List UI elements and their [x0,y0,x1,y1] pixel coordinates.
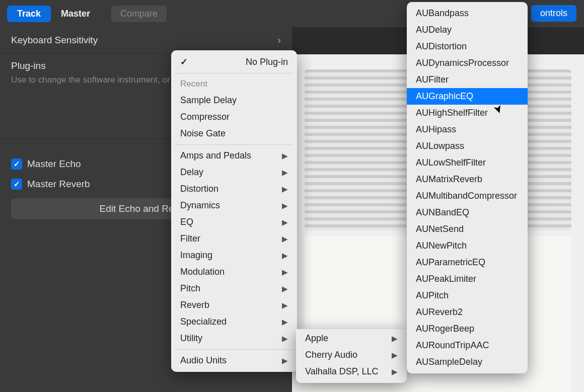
menu-item-category[interactable]: Distortion▶ [171,181,297,197]
menu-item-label: Imaging [180,250,212,261]
menu-item-au-plugin[interactable]: AUReverb2 [407,304,528,321]
chevron-right-icon: ▶ [282,185,288,194]
menu-item-au-plugin[interactable]: AUMatrixReverb [407,171,528,188]
menu-item-recent[interactable]: Compressor [171,109,297,125]
menu-item-label: Distortion [180,184,218,194]
apple-au-plugin-menu: AUBandpassAUDelayAUDistortionAUDynamicsP… [407,2,528,373]
chevron-right-icon: ▶ [282,334,288,343]
menu-item-vendor[interactable]: Cherry Audio▶ [296,347,407,363]
chevron-right-icon: ▶ [392,367,398,376]
menu-item-label: EQ [180,217,193,227]
menu-item-au-plugin[interactable]: AUNewPitch [407,238,528,254]
menu-item-label: Utility [180,333,202,344]
chevron-right-icon: ▶ [282,268,288,277]
chevron-right-icon: ▶ [282,318,288,327]
track-tab[interactable]: Track [7,6,51,22]
menu-item-label: Modulation [180,267,225,277]
menu-item-au-plugin[interactable]: AUParametricEQ [407,254,528,271]
chevron-right-icon: ▶ [282,168,288,177]
chevron-right-icon: ▶ [282,356,288,365]
menu-item-label: Specialized [180,317,227,327]
menu-item-au-plugin[interactable]: AUGraphicEQ [407,88,528,105]
menu-item-au-plugin[interactable]: AUDistortion [407,38,528,55]
menu-item-au-plugin[interactable]: AULowpass [407,138,528,154]
master-echo-checkbox[interactable]: ✓ [11,159,22,170]
menu-item-au-plugin[interactable]: AUMultibandCompressor [407,188,528,204]
menu-item-label: Apple [305,333,328,344]
menu-item-category[interactable]: Imaging▶ [171,247,297,264]
menu-item-no-plugin[interactable]: No Plug-in [171,53,297,70]
menu-item-au-plugin[interactable]: AURoundTripAAC [407,337,528,354]
chevron-right-icon: ▶ [282,151,288,161]
menu-item-au-plugin[interactable]: AULowShelfFilter [407,154,528,171]
menu-item-category[interactable]: Filter▶ [171,230,297,247]
menu-item-au-plugin[interactable]: AUBandpass [407,5,528,22]
master-tab[interactable]: Master [51,6,100,22]
menu-item-au-plugin[interactable]: AUSampleDelay [407,354,528,370]
chevron-right-icon: ▶ [392,351,398,360]
menu-item-au-plugin[interactable]: AUNetSend [407,221,528,238]
menu-item-category[interactable]: Reverb▶ [171,297,297,313]
menu-item-label: Reverb [180,300,209,310]
chevron-right-icon: › [277,34,281,46]
chevron-right-icon: ▶ [392,334,398,343]
menu-item-au-plugin[interactable]: AUHipass [407,121,528,138]
controls-button[interactable]: ontrols [531,5,576,22]
menu-item-au-plugin[interactable]: AUFilter [407,71,528,88]
menu-item-category[interactable]: EQ▶ [171,214,297,230]
chevron-right-icon: ▶ [282,201,288,210]
menu-item-label: Valhalla DSP, LLC [305,366,378,377]
menu-item-category[interactable]: Dynamics▶ [171,197,297,214]
menu-item-label: Audio Units [180,355,227,366]
menu-item-category[interactable]: Amps and Pedals▶ [171,147,297,164]
menu-item-recent[interactable]: Sample Delay [171,92,297,109]
plugin-category-menu: No Plug-in Recent Sample DelayCompressor… [171,50,297,372]
master-reverb-label: Master Reverb [27,179,90,190]
track-master-segment: Track Master [7,6,100,22]
menu-item-label: Pitch [180,283,200,294]
menu-item-category[interactable]: Modulation▶ [171,264,297,280]
menu-item-label: Amps and Pedals [180,150,251,161]
menu-item-label: Cherry Audio [305,350,357,360]
menu-item-label: Delay [180,167,203,178]
menu-item-label: Filter [180,233,200,244]
menu-item-au-plugin[interactable]: AUDynamicsProcessor [407,55,528,71]
audio-units-vendor-menu: Apple▶Cherry Audio▶Valhalla DSP, LLC▶ [296,329,407,383]
menu-item-category[interactable]: Pitch▶ [171,280,297,297]
menu-item-vendor[interactable]: Apple▶ [296,330,407,347]
master-reverb-checkbox[interactable]: ✓ [11,179,22,190]
menu-header-recent: Recent [171,76,297,92]
chevron-right-icon: ▶ [282,301,288,310]
menu-item-au-plugin[interactable]: AUPeakLimiter [407,271,528,287]
menu-item-category[interactable]: Utility▶ [171,330,297,347]
keyboard-sensitivity-label: Keyboard Sensitivity [11,35,98,46]
plugins-title: Plug-ins [11,60,46,71]
menu-item-au-plugin[interactable]: AUDelay [407,22,528,38]
menu-item-category[interactable]: Delay▶ [171,164,297,181]
menu-item-category[interactable]: Specialized▶ [171,313,297,330]
chevron-right-icon: ▶ [282,218,288,227]
master-echo-label: Master Echo [27,159,81,170]
menu-item-au-plugin[interactable]: AURogerBeep [407,321,528,337]
chevron-right-icon: ▶ [282,251,288,260]
menu-item-recent[interactable]: Noise Gate [171,125,297,142]
menu-item-vendor[interactable]: Valhalla DSP, LLC▶ [296,363,407,380]
menu-separator [175,144,293,145]
compare-button[interactable]: Compare [111,6,167,22]
menu-item-au-plugin[interactable]: AUPitch [407,287,528,304]
chevron-right-icon: ▶ [282,234,288,244]
menu-item-label: Dynamics [180,200,220,211]
menu-separator [175,349,293,350]
keyboard-sensitivity-row[interactable]: Keyboard Sensitivity › [0,27,292,53]
menu-separator [175,73,293,73]
menu-item-audio-units[interactable]: Audio Units ▶ [171,352,297,369]
chevron-right-icon: ▶ [282,284,288,293]
menu-item-au-plugin[interactable]: AUHighShelfFilter [407,105,528,121]
menu-item-au-plugin[interactable]: AUNBandEQ [407,204,528,221]
